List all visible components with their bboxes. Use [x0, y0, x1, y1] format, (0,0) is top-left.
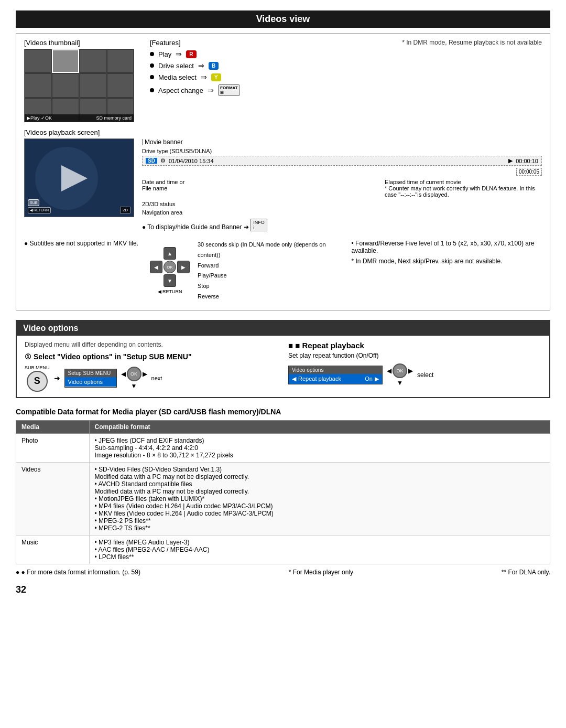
thumbnail-section: [Videos thumbnail] ▶Play [24, 39, 139, 122]
thumbnail-box: ▶Play ✓OK SD memory card [24, 49, 134, 122]
elapsed-notes: Elapsed time of current movie * Counter … [385, 179, 542, 198]
date-time-display: 01/04/2010 15:34 [169, 158, 214, 164]
status-divider: ⚙ [160, 157, 166, 164]
nav-reverse-label: Reverse [198, 292, 331, 302]
td-photo-media: Photo [16, 433, 90, 462]
elapsed-row: 00:00:05 [142, 168, 542, 176]
nav-left: ● Subtitles are not supported in MKV fil… [24, 240, 139, 302]
nav-area: ● Subtitles are not supported in MKV fil… [24, 240, 542, 302]
dpad-left[interactable]: ◀ [150, 261, 162, 273]
thumb-cell-4 [107, 49, 134, 73]
play-icon: ▶ [508, 157, 513, 164]
thumbnail-label: [Videos thumbnail] [24, 39, 139, 47]
ok-button-wrap: ◀ OK ▶ ▼ [121, 367, 147, 390]
features-section: [Features] Play ⇒ R Drive select ⇒ B Med… [150, 39, 391, 122]
repeat-header: ■ Repeat playback [288, 341, 541, 350]
repeat-ok-lr: ◀ OK ▶ [387, 363, 413, 378]
footer-right: ** For DLNA only. [502, 569, 550, 576]
status-bar: SD ⚙ 01/04/2010 15:34 ▶ 00:00:10 [142, 156, 542, 166]
dmr-skip-note: * In DMR mode, Next skip/Prev. skip are … [352, 258, 542, 265]
diagram-section: Movie banner Drive type (SD/USB/DLNA) SD… [142, 138, 542, 234]
arrow-left-ok: ◀ [121, 370, 126, 378]
button-r: R [186, 50, 196, 58]
videos-view-container: [Videos thumbnail] ▶Play [16, 33, 550, 311]
thumb-cell-5 [25, 73, 51, 97]
dpad-up[interactable]: ▲ [164, 247, 176, 260]
thumb-cell-8 [107, 73, 134, 97]
sd-badge: SD [146, 158, 157, 164]
time-display: 00:00:10 [516, 158, 538, 164]
playback-row: SUB ◀ RETURN 2D Movie banner Drive type … [24, 138, 542, 234]
next-label: next [151, 375, 162, 381]
thumb-bottom-bar: ▶Play ✓OK SD memory card [25, 114, 134, 122]
dpad: ▲ ◀ OK ▶ ▼ [150, 247, 190, 287]
ok-button[interactable]: OK [127, 367, 142, 381]
thumb-bar-left: ▶Play ✓OK [27, 115, 52, 121]
repeat-ok-button[interactable]: OK [393, 363, 407, 378]
repeat-arrow-l2: ◀ [387, 367, 391, 374]
repeat-arrow-right[interactable]: ▶ [375, 376, 379, 382]
compat-table: Media Compatible format Photo • JPEG fil… [16, 420, 550, 564]
nav-forward-label: Forward [198, 261, 331, 271]
th-format: Compatible format [89, 420, 550, 433]
screen-return-btn: ◀ RETURN [28, 207, 51, 213]
table-row-music: Music • MP3 files (MPEG Audio Layer-3) •… [16, 535, 550, 564]
movie-banner-row: Movie banner [142, 138, 542, 146]
nav-area-label: Navigation area [142, 209, 542, 216]
arrow-play: ⇒ [176, 50, 182, 58]
mini-btn-sub: SUB [28, 199, 39, 206]
arrow-right-ok: ▶ [143, 370, 147, 378]
bullet-aspect [150, 88, 154, 92]
thumb-grid [25, 49, 134, 122]
sub-menu-icon-wrap: SUB MENU S [25, 365, 50, 392]
dpad-empty-br [177, 274, 190, 287]
features-label: [Features] [150, 39, 391, 47]
feature-drive-text: Drive select [158, 62, 194, 70]
select-label: select [417, 371, 433, 379]
repeat-item-label: Repeat playback [298, 376, 341, 382]
compat-title: Compatible Data format for Media player … [16, 408, 550, 416]
footer-left: ● ● For more data format information. (p… [16, 569, 140, 576]
date-time-label: Date and time or File name [142, 179, 184, 198]
nav-stop-label: Stop [198, 281, 331, 292]
dpad-right[interactable]: ▶ [177, 261, 190, 273]
dpad-down[interactable]: ▼ [164, 274, 176, 287]
dmr-note: * In DMR mode, Resume playback is not av… [402, 39, 542, 122]
dpad-diagram: ▲ ◀ OK ▶ ▼ ◀ RETURN 30 seconds skip (In … [150, 240, 331, 302]
bullet-drive [150, 63, 154, 68]
dpad-center-ok[interactable]: OK [164, 261, 176, 273]
2d3d-label: 2D/3D status [142, 201, 542, 207]
nav-playpause-label: Play/Pause [198, 271, 331, 281]
playback-screen-bg: SUB ◀ RETURN 2D [25, 139, 134, 217]
page-number: 32 [16, 584, 550, 595]
sub-menu-label: SUB MENU [25, 365, 50, 371]
thumb-cell-2 [52, 49, 79, 73]
movie-banner-label: Movie banner [145, 138, 183, 146]
thumb-cell-1 [25, 49, 51, 73]
repeat-arrow-left[interactable]: ◀ [292, 376, 296, 382]
repeat-value: On [365, 376, 373, 382]
feature-play: Play ⇒ R [150, 50, 391, 58]
screen-2d-badge: 2D [120, 207, 130, 213]
screen-overlay-buttons: SUB [28, 199, 39, 206]
playback-screen-label: [Videos playback screen] [24, 129, 542, 136]
vo-body: Displayed menu will differ depending on … [17, 336, 549, 397]
footer-mid: * For Media player only [289, 569, 353, 576]
menu-item-video-options[interactable]: Video options [65, 377, 116, 387]
table-body: Photo • JPEG files (DCF and EXIF standar… [16, 433, 550, 564]
status-labels: Date and time or File name Elapsed time … [142, 179, 542, 198]
feature-aspect-text: Aspect change [158, 87, 203, 94]
vo-step: ① Select "Video options" in "Setup SUB M… [25, 352, 278, 361]
table-row-photo: Photo • JPEG files (DCF and EXIF standar… [16, 433, 550, 462]
table-row-videos: Videos • SD-Video Files (SD-Video Standa… [16, 462, 550, 535]
thumb-cell-7 [80, 73, 106, 97]
setup-sub-menu-box: Setup SUB MENU Video options [64, 369, 117, 388]
table-header-row: Media Compatible format [16, 420, 550, 433]
video-options-section: Video options Displayed menu will differ… [16, 320, 550, 398]
arrow-drive: ⇒ [198, 61, 204, 70]
repeat-menu-header: Video options [289, 366, 382, 374]
dpad-empty-bl [150, 274, 162, 287]
nav-labels: 30 seconds skip (In DLNA mode only (depe… [198, 240, 331, 302]
td-music-format: • MP3 files (MPEG Audio Layer-3) • AAC f… [89, 535, 550, 564]
fr-note-1: • Forward/Reverse Five level of 1 to 5 (… [352, 240, 542, 254]
